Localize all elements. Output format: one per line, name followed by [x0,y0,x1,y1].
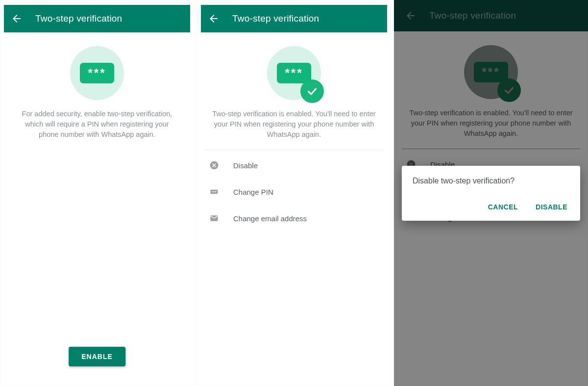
enable-button[interactable]: ENABLE [69,347,125,366]
screen-enabled-options: Two-step verification *** Two-step verif… [197,0,391,386]
appbar-title: Two-step verification [35,13,122,24]
pin-coin-icon: *** [70,46,124,100]
option-change-pin[interactable]: Change PIN [197,179,391,205]
divider [205,150,383,150]
option-label: Change email address [233,214,307,223]
svg-point-3 [214,191,215,192]
pin-pill-icon: *** [80,63,114,83]
appbar: Two-step verification [201,5,387,32]
option-disable[interactable]: Disable [197,152,391,179]
svg-point-4 [215,191,216,192]
hero-graphic: *** [0,32,194,100]
hero-graphic: *** [197,32,391,100]
screen-enable-prompt: Two-step verification *** For added secu… [0,0,194,386]
disable-confirm-button[interactable]: DISABLE [534,199,569,215]
confirm-disable-dialog: Disable two-step verification? CANCEL DI… [402,166,580,221]
option-change-email[interactable]: Change email address [197,205,391,232]
pin-coin-icon: *** [267,46,321,100]
screen-disable-dialog: Two-step verification *** Two-step verif… [394,0,588,386]
option-label: Change PIN [233,188,273,196]
dialog-title: Disable two-step verification? [413,177,569,185]
appbar: Two-step verification [4,5,190,32]
disable-icon [209,160,220,171]
option-label: Disable [233,161,258,170]
cancel-button[interactable]: CANCEL [486,199,520,215]
back-arrow-icon[interactable] [11,13,23,25]
description-text: For added security, enable two-step veri… [0,100,194,140]
back-arrow-icon[interactable] [208,13,220,25]
description-text: Two-step verification is enabled. You'll… [197,100,391,140]
svg-point-2 [212,191,213,192]
appbar-title: Two-step verification [232,13,319,24]
dialog-actions: CANCEL DISABLE [413,199,569,215]
pin-pill-icon: *** [277,63,311,83]
email-icon [209,213,220,224]
pin-icon [209,186,220,197]
checkmark-badge-icon [300,79,324,103]
